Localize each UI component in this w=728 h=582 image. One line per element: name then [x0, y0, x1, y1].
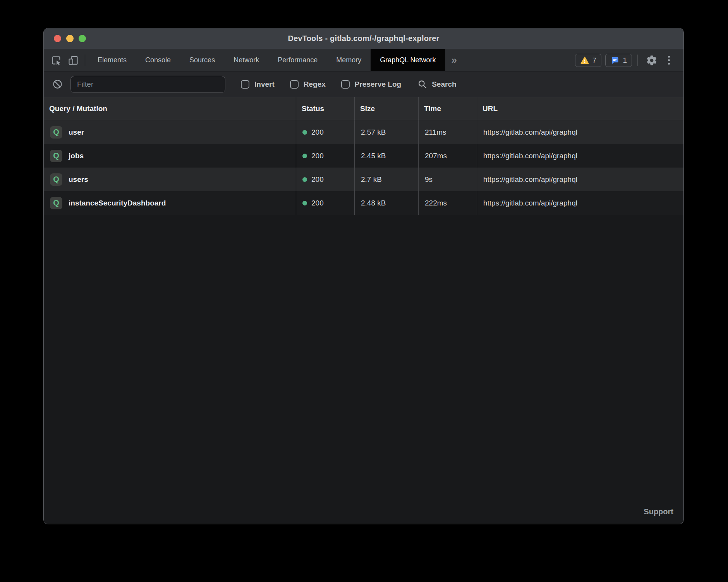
response-size: 2.45 kB: [354, 144, 418, 168]
table-header: Query / Mutation Status Size Time URL: [44, 97, 683, 120]
column-header-size[interactable]: Size: [354, 97, 418, 120]
tab-elements[interactable]: Elements: [88, 49, 136, 71]
query-name: instanceSecurityDashboard: [69, 199, 166, 207]
toggle-device-toolbar-button[interactable]: [65, 49, 82, 71]
status-code: 200: [311, 175, 324, 184]
query-type-icon: Q: [50, 126, 62, 139]
response-time: 222ms: [418, 191, 477, 215]
devtools-window: DevTools - gitlab.com/-/graphql-explorer…: [43, 28, 684, 524]
filter-input[interactable]: [70, 76, 225, 93]
issues-count: 1: [623, 56, 627, 65]
tab-network[interactable]: Network: [224, 49, 268, 71]
support-link[interactable]: Support: [644, 507, 673, 516]
search-label: Search: [432, 80, 456, 89]
tab-performance[interactable]: Performance: [268, 49, 327, 71]
query-name: jobs: [69, 152, 84, 160]
request-url: https://gitlab.com/api/graphql: [477, 144, 683, 168]
invert-label: Invert: [254, 80, 275, 89]
inspect-cursor-icon: [51, 55, 62, 66]
query-name: user: [69, 128, 84, 137]
customize-devtools-button[interactable]: [660, 56, 677, 65]
minimize-window-button[interactable]: [66, 35, 74, 42]
window-title: DevTools - gitlab.com/-/graphql-explorer: [288, 34, 439, 43]
preserve-log-toggle[interactable]: Preserve Log: [341, 80, 401, 89]
status-code: 200: [311, 128, 324, 137]
query-name: users: [69, 175, 88, 184]
device-toolbar-icon: [68, 55, 79, 66]
search-button[interactable]: Search: [417, 79, 456, 89]
tab-console[interactable]: Console: [136, 49, 180, 71]
response-time: 207ms: [418, 144, 477, 168]
status-code: 200: [311, 199, 324, 207]
more-tabs-button[interactable]: »: [445, 49, 463, 71]
search-icon: [417, 79, 428, 89]
status-ok-dot: [302, 154, 307, 158]
column-header-query-mutation[interactable]: Query / Mutation: [44, 97, 296, 120]
response-size: 2.48 kB: [354, 191, 418, 215]
settings-button[interactable]: [643, 55, 660, 66]
close-window-button[interactable]: [54, 35, 61, 42]
tab-graphql-network[interactable]: GraphQL Network: [371, 49, 445, 71]
issues-badge[interactable]: 1: [605, 54, 632, 67]
status-code: 200: [311, 152, 324, 160]
traffic-lights: [54, 28, 86, 49]
block-icon: [52, 79, 63, 89]
clear-button[interactable]: [52, 79, 63, 89]
query-type-icon: Q: [50, 173, 62, 186]
warnings-badge[interactable]: 7: [575, 54, 602, 67]
table-row[interactable]: Q users 200 2.7 kB 9s https://gitlab.com…: [44, 168, 683, 191]
devtools-tab-bar: Elements Console Sources Network Perform…: [44, 49, 683, 72]
filter-toolbar: Invert Regex Preserve Log Search: [44, 72, 683, 97]
warning-icon: [580, 56, 589, 65]
tab-sources[interactable]: Sources: [180, 49, 224, 71]
table-row[interactable]: Q jobs 200 2.45 kB 207ms https://gitlab.…: [44, 144, 683, 168]
table-row[interactable]: Q instanceSecurityDashboard 200 2.48 kB …: [44, 191, 683, 215]
query-type-icon: Q: [50, 197, 62, 209]
response-time: 9s: [418, 168, 477, 191]
kebab-menu-icon: [668, 56, 670, 65]
preserve-log-label: Preserve Log: [355, 80, 401, 89]
tabbar-right-controls: 7 1: [571, 49, 683, 71]
regex-toggle[interactable]: Regex: [290, 80, 326, 89]
invert-checkbox[interactable]: [241, 80, 249, 89]
tab-memory[interactable]: Memory: [327, 49, 371, 71]
badges-divider: [637, 55, 638, 66]
toolbar-divider: [85, 55, 85, 66]
warning-count: 7: [592, 56, 597, 65]
response-size: 2.7 kB: [354, 168, 418, 191]
column-header-status[interactable]: Status: [296, 97, 354, 120]
gear-icon: [646, 55, 658, 66]
query-type-icon: Q: [50, 150, 62, 162]
title-bar: DevTools - gitlab.com/-/graphql-explorer: [44, 28, 683, 49]
response-size: 2.57 kB: [354, 120, 418, 144]
response-time: 211ms: [418, 120, 477, 144]
column-header-url[interactable]: URL: [477, 97, 683, 120]
preserve-log-checkbox[interactable]: [341, 80, 350, 89]
panel-empty-area: Support: [44, 215, 683, 524]
column-header-time[interactable]: Time: [418, 97, 477, 120]
table-row[interactable]: Q user 200 2.57 kB 211ms https://gitlab.…: [44, 120, 683, 144]
request-url: https://gitlab.com/api/graphql: [477, 191, 683, 215]
regex-label: Regex: [304, 80, 326, 89]
desktop: { "window": { "title": "DevTools - gitla…: [0, 0, 728, 582]
invert-toggle[interactable]: Invert: [241, 80, 275, 89]
request-url: https://gitlab.com/api/graphql: [477, 168, 683, 191]
inspect-element-button[interactable]: [48, 49, 65, 71]
request-url: https://gitlab.com/api/graphql: [477, 120, 683, 144]
message-icon: [610, 56, 620, 65]
status-ok-dot: [302, 201, 307, 205]
maximize-window-button[interactable]: [79, 35, 86, 42]
status-ok-dot: [302, 130, 307, 135]
regex-checkbox[interactable]: [290, 80, 299, 89]
status-ok-dot: [302, 177, 307, 182]
